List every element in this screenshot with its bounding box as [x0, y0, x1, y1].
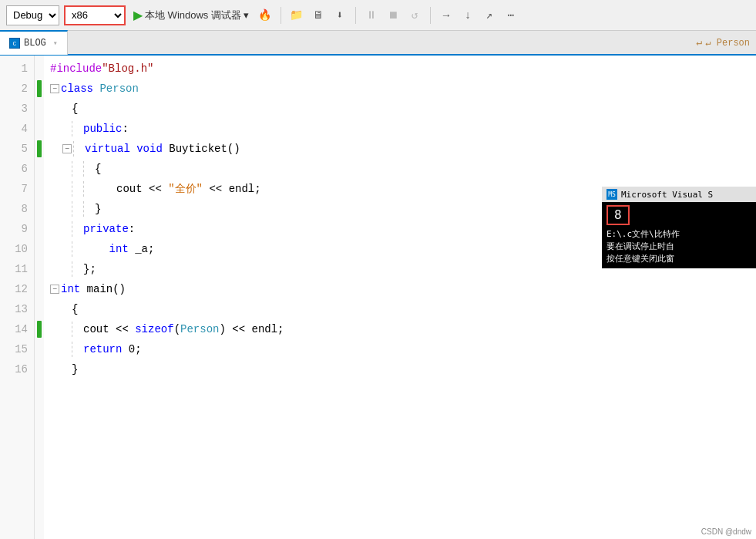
code-line-5: − virtual void Buyticket(): [44, 139, 756, 159]
arrow-right-icon[interactable]: →: [438, 7, 455, 24]
token-int10: int: [83, 239, 135, 259]
token-cout14: cout <<: [83, 319, 135, 339]
x86-select[interactable]: x86: [64, 5, 126, 25]
console-icon: MS: [606, 189, 617, 200]
gutter-16: [35, 359, 44, 379]
tab-dropdown-icon: ▾: [53, 39, 58, 48]
line-num-16: 16: [0, 359, 28, 379]
line-num-1: 1: [0, 59, 28, 79]
code-line-4: public:: [44, 119, 756, 139]
gutter-5: [35, 139, 44, 159]
gutter-4: [35, 119, 44, 139]
gutter-10: [35, 239, 44, 259]
stop-icon: ⏹: [385, 7, 402, 24]
restart-icon: ↺: [406, 7, 423, 24]
play-icon: ▶: [133, 8, 143, 22]
toolbar: Debug x86 ▶ 本地 Windows 调试器 ▾ 🔥 📁 🖥 ⬇ ⏸ ⏹…: [0, 0, 756, 31]
gutter-15: [35, 339, 44, 359]
collapse-virtual[interactable]: −: [62, 144, 72, 153]
token-brace16: }: [72, 359, 78, 379]
line-num-6: 6: [0, 159, 28, 179]
blog-tab[interactable]: C BLOG ▾: [0, 30, 68, 55]
gutter-11: [35, 259, 44, 279]
monitor-icon[interactable]: 🖥: [310, 7, 327, 24]
token-class: class: [61, 79, 99, 99]
token-return: return: [83, 339, 129, 359]
collapse-class[interactable]: −: [50, 84, 59, 93]
token-void: void: [136, 139, 169, 159]
token-a: _a;: [135, 239, 154, 259]
separator-1: [281, 7, 281, 24]
line-num-3: 3: [0, 99, 28, 119]
gutter-3: [35, 99, 44, 119]
tab-right-area: ↵ ↵ Person: [697, 36, 756, 49]
line-num-13: 13: [0, 299, 28, 319]
more-icon[interactable]: ⋯: [502, 7, 519, 24]
token-string-fullprice: "全价": [168, 179, 203, 199]
pause-icon: ⏸: [363, 7, 380, 24]
token-string1: "Blog.h": [102, 59, 153, 79]
console-text-3: 按任意键关闭此窗: [606, 253, 751, 265]
token-cout7: cout <<: [116, 179, 168, 199]
line-num-15: 15: [0, 339, 28, 359]
console-title-bar: MS Microsoft Visual S: [602, 187, 756, 202]
token-person: Person: [99, 79, 138, 99]
token-private: private: [83, 219, 129, 239]
token-virtual: virtual: [85, 139, 136, 159]
code-line-15: return 0;: [44, 339, 756, 359]
console-overlay: MS Microsoft Visual S 8 E:\.c文件\比特作 要在调试…: [602, 187, 756, 268]
fire-icon: 🔥: [257, 7, 274, 24]
tab-bar: C BLOG ▾ ↵ ↵ Person: [0, 31, 756, 56]
line-numbers: 1 2 3 4 5 6 7 8 9 10 11 12 13 14 15 16: [0, 56, 35, 539]
token-rest14: ) << endl;: [219, 319, 284, 339]
line-num-4: 4: [0, 119, 28, 139]
token-brace6: {: [95, 159, 101, 179]
gutter-13: [35, 299, 44, 319]
watermark: CSDN @dndw: [701, 527, 751, 536]
back-nav-icon[interactable]: ↵: [697, 36, 703, 49]
token-brace8: }: [95, 199, 101, 219]
code-line-3: {: [44, 99, 756, 119]
gutter: [35, 56, 44, 539]
run-dropdown-icon: ▾: [244, 9, 249, 21]
chevron-down-icon[interactable]: ⬇: [331, 7, 348, 24]
collapse-main[interactable]: −: [50, 285, 59, 294]
line-num-7: 7: [0, 179, 28, 199]
token-person2: Person: [180, 319, 219, 339]
token-brace3: {: [72, 99, 78, 119]
console-text-1: E:\.c文件\比特作: [606, 228, 751, 241]
code-line-13: {: [44, 299, 756, 319]
line-num-14: 14: [0, 319, 28, 339]
code-line-14: cout << sizeof ( Person ) << endl;: [44, 319, 756, 339]
code-line-2: −class Person: [44, 79, 756, 99]
run-label: 本地 Windows 调试器: [145, 8, 241, 22]
token-buyticket: Buyticket(): [169, 139, 240, 159]
code-line-1: #include"Blog.h": [44, 59, 756, 79]
token-classendbrace: };: [83, 259, 96, 279]
console-number: 8: [606, 205, 630, 225]
line-num-10: 10: [0, 239, 28, 259]
separator-2: [355, 7, 356, 24]
line-num-9: 9: [0, 219, 28, 239]
nav-person-label[interactable]: ↵ Person: [705, 37, 750, 49]
run-button[interactable]: ▶ 本地 Windows 调试器 ▾: [130, 6, 252, 24]
console-title-label: Microsoft Visual S: [621, 190, 713, 200]
token-main: main(): [87, 279, 126, 299]
code-line-6: {: [44, 159, 756, 179]
gutter-12: [35, 279, 44, 299]
token-sizeof: sizeof: [135, 319, 173, 339]
separator-3: [430, 7, 431, 24]
console-text-2: 要在调试停止时自: [606, 241, 751, 253]
line-num-5: 5: [0, 139, 28, 159]
step-out-icon[interactable]: ↗: [481, 7, 498, 24]
debug-select[interactable]: Debug: [6, 5, 59, 25]
folder-icon[interactable]: 📁: [288, 7, 305, 24]
token-brace13: {: [72, 299, 78, 319]
step-icon[interactable]: ↓: [459, 7, 476, 24]
blog-tab-label: BLOG: [24, 38, 46, 49]
token-public: public: [83, 119, 122, 139]
editor-area: 1 2 3 4 5 6 7 8 9 10 11 12 13 14 15 16: [0, 56, 756, 539]
gutter-7: [35, 179, 44, 199]
line-num-12: 12: [0, 279, 28, 299]
code-content: #include"Blog.h" −class Person { public:…: [44, 56, 756, 539]
